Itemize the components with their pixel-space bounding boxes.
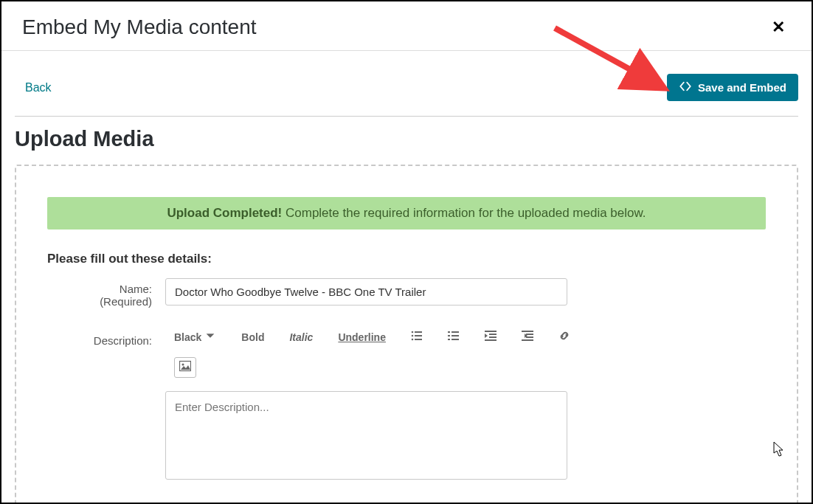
bullet-list-icon [411, 330, 423, 344]
svg-rect-10 [448, 339, 450, 340]
svg-rect-17 [526, 334, 533, 335]
bold-button[interactable]: Bold [241, 331, 264, 343]
banner-text: Complete the required information for th… [282, 206, 646, 220]
name-input[interactable] [165, 278, 567, 305]
svg-rect-19 [522, 339, 533, 341]
banner-strong: Upload Completed! [167, 206, 282, 220]
ordered-list-button[interactable] [448, 330, 460, 344]
name-field-col [165, 278, 766, 305]
action-bar: Back Save and Embed [15, 53, 798, 116]
divider [1, 50, 812, 51]
svg-rect-15 [485, 339, 497, 341]
outdent-icon [485, 330, 497, 344]
svg-rect-9 [452, 335, 459, 336]
link-icon [558, 330, 570, 344]
save-and-embed-button[interactable]: Save and Embed [667, 74, 798, 101]
modal-window: Embed My Media content ✕ Back Save and E… [0, 0, 813, 504]
svg-rect-12 [485, 331, 497, 332]
editor-toolbar: Black Bold Italic Underline [165, 330, 696, 357]
success-banner: Upload Completed! Complete the required … [47, 197, 766, 229]
upload-panel: Upload Completed! Complete the required … [15, 165, 798, 503]
svg-rect-11 [452, 339, 459, 340]
modal-header: Embed My Media content ✕ [1, 1, 812, 50]
close-icon[interactable]: ✕ [766, 15, 791, 40]
description-textarea[interactable] [165, 391, 567, 480]
indent-button[interactable] [522, 330, 533, 344]
description-label-text: Description: [94, 334, 152, 347]
indent-icon [522, 330, 533, 344]
svg-rect-18 [526, 336, 533, 338]
svg-rect-16 [522, 331, 533, 332]
editor-toolbar-row2 [165, 357, 766, 391]
name-label-text: Name: [120, 283, 152, 295]
modal-scroll-area[interactable]: Back Save and Embed Upload Media Upload … [1, 53, 812, 503]
svg-point-0 [412, 331, 414, 334]
insert-image-button[interactable] [174, 357, 196, 378]
svg-rect-1 [415, 331, 422, 333]
italic-button[interactable]: Italic [289, 331, 313, 343]
text-color-dropdown[interactable]: Black [174, 330, 216, 344]
svg-rect-5 [415, 339, 422, 340]
code-icon [679, 81, 692, 94]
name-row: Name: (Required) [47, 278, 766, 308]
numbered-list-icon [448, 330, 460, 344]
chevron-down-icon [204, 330, 216, 344]
outdent-button[interactable] [485, 330, 497, 344]
description-field-col: Black Bold Italic Underline [165, 330, 766, 483]
svg-rect-13 [489, 334, 497, 335]
unordered-list-button[interactable] [411, 330, 423, 344]
image-icon [179, 360, 191, 375]
svg-rect-7 [452, 331, 459, 333]
svg-rect-6 [448, 331, 450, 333]
link-button[interactable] [558, 330, 570, 344]
modal-title: Embed My Media content [22, 15, 257, 39]
form-instructions: Please fill out these details: [47, 252, 766, 266]
svg-rect-3 [415, 335, 422, 336]
page-title: Upload Media [15, 117, 798, 165]
svg-rect-8 [448, 335, 450, 336]
svg-point-4 [412, 339, 414, 341]
description-label: Description: [47, 330, 165, 347]
name-required-text: (Required) [47, 295, 152, 308]
modal-content: Back Save and Embed Upload Media Upload … [1, 53, 812, 503]
svg-rect-14 [489, 336, 497, 338]
back-link[interactable]: Back [15, 81, 52, 94]
text-color-label: Black [174, 331, 201, 343]
description-row: Description: Black Bold Italic [47, 330, 766, 483]
svg-point-21 [182, 364, 184, 366]
save-button-label: Save and Embed [698, 81, 786, 94]
name-label: Name: (Required) [47, 278, 165, 308]
underline-button[interactable]: Underline [338, 331, 386, 343]
svg-point-2 [412, 335, 414, 337]
